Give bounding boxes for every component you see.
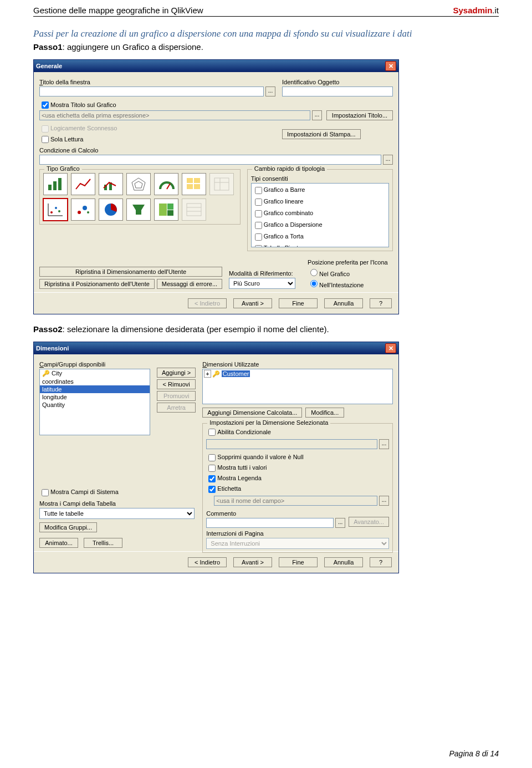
campi-disponibili-list[interactable]: 🔑 City coordinates latitude longitude Qu… [39, 369, 150, 435]
svg-line-7 [167, 184, 170, 189]
condizione-calcolo-input[interactable] [39, 155, 381, 165]
help-button[interactable]: ? [370, 298, 392, 308]
svg-rect-8 [187, 178, 193, 183]
lbl-interruzioni: Interruzioni di Pagina [206, 530, 389, 537]
doc-brand: Sysadmin.it [453, 6, 499, 15]
bar-chart-icon[interactable] [43, 173, 68, 195]
next-button[interactable]: Avanti > [233, 298, 272, 308]
promuovi-button[interactable]: Promuovi [157, 391, 196, 401]
etichetta-input[interactable] [214, 496, 377, 506]
lbl-condizione-calcolo: Condizione di Calcolo [39, 147, 393, 154]
chk-etichetta[interactable]: Etichetta [206, 484, 389, 495]
lbl-campi-disponibili: Campi/Gruppi disponibili [39, 361, 150, 368]
radar-chart-icon[interactable] [126, 173, 151, 195]
svg-point-16 [55, 207, 57, 209]
finish-button[interactable]: Fine [279, 557, 318, 567]
animato-button[interactable]: Animato... [39, 538, 78, 548]
bubble-chart-icon[interactable] [71, 199, 95, 221]
interruzioni-select[interactable]: Senza Interruzioni [206, 538, 389, 549]
chk-abilita-condizionale[interactable]: Abilita Condizionale [206, 429, 271, 435]
pivot-table-icon[interactable] [209, 173, 234, 195]
chk-sola-lettura[interactable]: Sola Lettura [39, 136, 83, 143]
svg-rect-12 [214, 178, 229, 190]
back-button[interactable]: < Indietro [188, 298, 227, 308]
expr-editor-icon[interactable]: ... [383, 155, 393, 165]
svg-point-17 [58, 210, 60, 212]
chk-mostra-tutti[interactable]: Mostra tutti i valori [206, 463, 389, 474]
pie-chart-icon[interactable] [99, 199, 123, 221]
lbl-tipi-consentiti: Tipi consentiti [251, 175, 389, 182]
cancel-button[interactable]: Annulla [324, 557, 363, 567]
block-chart-icon[interactable] [154, 199, 178, 221]
rimuovi-button[interactable]: < Rimuovi [157, 379, 196, 389]
svg-marker-5 [132, 178, 145, 190]
funnel-chart-icon[interactable] [126, 199, 151, 221]
help-button[interactable]: ? [370, 557, 392, 567]
reset-dim-button[interactable]: Ripristina il Dimensionamento dell'Utent… [39, 267, 222, 277]
avanzato-button[interactable]: Avanzato... [349, 517, 389, 527]
svg-rect-26 [167, 204, 173, 210]
reset-pos-button[interactable]: Ripristina il Posizionamento dell'Utente [39, 279, 155, 289]
svg-point-21 [83, 206, 87, 210]
passo2-text: Passo2: selezionare la dimensione deside… [33, 324, 499, 334]
next-button[interactable]: Avanti > [233, 557, 272, 567]
chk-mostra-titolo[interactable]: Mostra Titolo sul Grafico [39, 101, 116, 108]
lbl-titolo-finestra: Titolo della finestra [39, 79, 275, 85]
svg-rect-28 [187, 204, 201, 216]
msg-errore-button[interactable]: Messaggi di errore... [157, 279, 222, 289]
list-item: 🔑 City [40, 369, 150, 378]
straight-table-icon[interactable] [182, 199, 206, 221]
trellis-button[interactable]: Trellis... [84, 538, 122, 548]
commento-input[interactable] [206, 518, 334, 528]
impostazioni-titolo-button[interactable]: Impostazioni Titolo... [326, 110, 393, 120]
chart-types-list[interactable]: Grafico a Barre Grafico lineare Grafico … [251, 183, 389, 247]
radio-nel-grafico[interactable]: Nel Grafico [308, 267, 393, 278]
arretra-button[interactable]: Arretra [157, 403, 196, 413]
dimensioni-utilizzate-tree[interactable]: +🔑 Customer [202, 369, 393, 404]
aggiungi-button[interactable]: Aggiungi > [157, 368, 196, 378]
expr-editor-icon[interactable]: ... [265, 87, 275, 96]
lbl-pos-icona: Posizione preferita per l'Icona [308, 259, 393, 266]
tabelle-select[interactable]: Tutte le tabelle [39, 508, 195, 519]
id-oggetto-input[interactable] [282, 87, 393, 96]
combo-chart-icon[interactable] [99, 173, 123, 195]
page-footer: Pagina 8 di 14 [449, 749, 499, 758]
scatter-chart-icon[interactable] [43, 199, 68, 221]
svg-rect-25 [159, 204, 167, 216]
chk-sopprimi-null[interactable]: Sopprimi quando il valore è Null [206, 452, 389, 463]
cancel-button[interactable]: Annulla [324, 298, 363, 308]
grp-imp-dim-sel: Impostazioni per la Dimensione Seleziona… [207, 419, 330, 426]
doc-title: Gestione delle mappe geografiche in Qlik… [33, 6, 203, 15]
close-icon[interactable]: ✕ [385, 61, 396, 71]
dialog-titlebar: Generale ✕ [34, 60, 398, 72]
back-button[interactable]: < Indietro [188, 557, 227, 567]
dialog-dimensioni: Dimensioni ✕ Campi/Gruppi disponibili 🔑 … [33, 342, 399, 573]
radio-intestazione[interactable]: Nell'Intestazione [308, 278, 393, 289]
gauge-chart-icon[interactable] [154, 173, 178, 195]
impostazioni-stampa-button[interactable]: Impostazioni di Stampa... [282, 129, 361, 139]
expr-editor-icon[interactable]: ... [335, 518, 345, 528]
list-item: latitude [40, 385, 150, 393]
svg-rect-10 [187, 184, 193, 189]
modalita-rif-select[interactable]: Più Scuro [229, 278, 295, 289]
grid-chart-icon[interactable] [182, 173, 206, 195]
modifica-gruppi-button[interactable]: Modifica Gruppi... [39, 522, 97, 532]
doc-header: Gestione delle mappe geografiche in Qlik… [33, 6, 499, 17]
list-item: longitude [40, 393, 150, 401]
expr-editor-icon[interactable]: ... [379, 439, 389, 449]
chk-mostra-legenda[interactable]: Mostra Legenda [206, 474, 389, 484]
svg-point-22 [87, 211, 89, 213]
agg-dim-calcolata-button[interactable]: Aggiungi Dimensione Calcolata... [202, 408, 302, 418]
chk-mostra-campi-sistema[interactable]: Mostra Campi di Sistema [39, 487, 195, 498]
modifica-button[interactable]: Modifica... [305, 408, 344, 418]
titolo-finestra-input[interactable] [39, 87, 264, 96]
title-expr-input[interactable] [39, 110, 310, 120]
svg-point-20 [78, 211, 81, 214]
expr-editor-icon[interactable]: ... [312, 110, 322, 120]
condizionale-input[interactable] [206, 439, 377, 449]
expr-editor-icon[interactable]: ... [379, 496, 389, 506]
lbl-mostra-campi-tabella: Mostra i Campi della Tabella [39, 500, 195, 507]
close-icon[interactable]: ✕ [385, 343, 396, 353]
finish-button[interactable]: Fine [279, 298, 318, 308]
line-chart-icon[interactable] [71, 173, 95, 195]
